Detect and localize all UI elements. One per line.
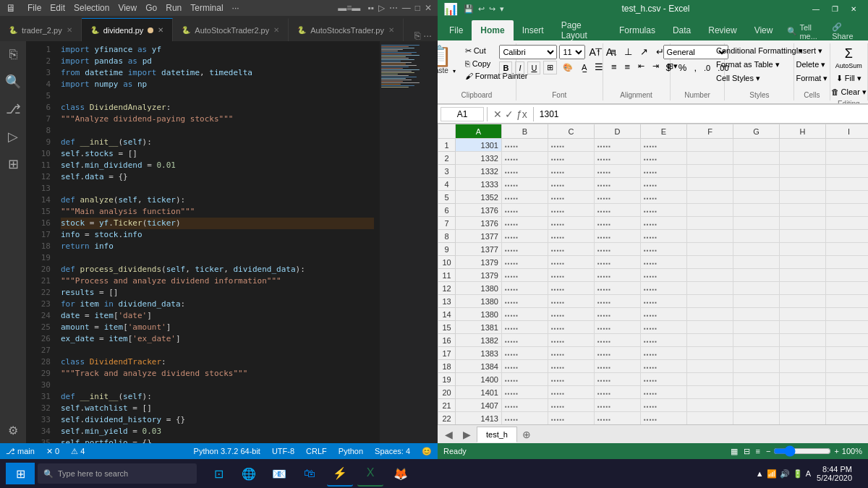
cell-a11[interactable]: 1379 <box>456 269 502 282</box>
cell-e19[interactable]: ▪▪▪▪▪ <box>641 373 687 386</box>
menu-go[interactable]: Go <box>145 3 157 13</box>
clock[interactable]: 8:44 PM 5/24/2020 <box>817 465 852 482</box>
confirm-formula-icon[interactable]: ✓ <box>505 108 514 120</box>
cell-i8[interactable] <box>826 230 869 243</box>
cell-a16[interactable]: 1382 <box>456 334 502 347</box>
cell-c1[interactable]: ▪▪▪▪▪ <box>548 139 595 152</box>
border-button[interactable]: ⊞ <box>543 61 557 74</box>
cell-h18[interactable] <box>780 360 826 373</box>
cell-f19[interactable] <box>687 373 733 386</box>
cell-a4[interactable]: 1333 <box>456 178 502 191</box>
ribbon-tab-home[interactable]: Home <box>472 20 513 40</box>
vscode-close[interactable]: ✕ <box>425 3 432 13</box>
cell-d6[interactable]: ▪▪▪▪▪ <box>595 204 641 217</box>
cell-d2[interactable]: ▪▪▪▪▪ <box>595 152 641 165</box>
cell-c5[interactable]: ▪▪▪▪▪ <box>548 191 595 204</box>
cell-c9[interactable]: ▪▪▪▪▪ <box>548 243 595 256</box>
cell-g21[interactable] <box>733 399 780 412</box>
menu-selection[interactable]: Selection <box>74 3 109 13</box>
cell-d1[interactable]: ▪▪▪▪▪ <box>595 139 641 152</box>
zoom-in-icon[interactable]: + <box>834 447 838 455</box>
taskbar-taskview[interactable]: ⊡ <box>205 461 231 487</box>
cell-g6[interactable] <box>733 204 780 217</box>
align-top[interactable]: ⊤ <box>592 45 605 59</box>
cell-f3[interactable] <box>687 165 733 178</box>
cell-f10[interactable] <box>687 256 733 269</box>
python-version[interactable]: Python 3.7.2 64-bit <box>194 447 260 455</box>
cell-e15[interactable]: ▪▪▪▪▪ <box>641 321 687 334</box>
cell-b1[interactable]: ▪▪▪▪▪ <box>502 139 548 152</box>
cell-a22[interactable]: 1413 <box>456 412 502 425</box>
cell-f1[interactable] <box>687 139 733 152</box>
cell-c11[interactable]: ▪▪▪▪▪ <box>548 269 595 282</box>
cell-e9[interactable]: ▪▪▪▪▪ <box>641 243 687 256</box>
cell-f11[interactable] <box>687 269 733 282</box>
cell-e1[interactable]: ▪▪▪▪▪ <box>641 139 687 152</box>
cell-g9[interactable] <box>733 243 780 256</box>
activity-extensions[interactable]: ⊞ <box>8 156 19 172</box>
cell-e18[interactable]: ▪▪▪▪▪ <box>641 360 687 373</box>
ribbon-tab-view[interactable]: View <box>746 20 782 40</box>
align-left[interactable]: ☰ <box>592 60 606 74</box>
cell-d7[interactable]: ▪▪▪▪▪ <box>595 217 641 230</box>
cell-i17[interactable] <box>826 347 869 360</box>
view-layout[interactable]: ⊟ <box>744 447 750 456</box>
cell-a10[interactable]: 1379 <box>456 256 502 269</box>
cell-f2[interactable] <box>687 152 733 165</box>
cell-g18[interactable] <box>733 360 780 373</box>
cell-h20[interactable] <box>780 386 826 399</box>
cell-i21[interactable] <box>826 399 869 412</box>
cell-g10[interactable] <box>733 256 780 269</box>
cell-d11[interactable]: ▪▪▪▪▪ <box>595 269 641 282</box>
cell-b17[interactable]: ▪▪▪▪▪ <box>502 347 548 360</box>
spaces[interactable]: Spaces: 4 <box>375 447 410 455</box>
cell-e13[interactable]: ▪▪▪▪▪ <box>641 295 687 308</box>
cell-b21[interactable]: ▪▪▪▪▪ <box>502 399 548 412</box>
cell-h17[interactable] <box>780 347 826 360</box>
italic-button[interactable]: I <box>515 61 524 74</box>
cell-a13[interactable]: 1380 <box>456 295 502 308</box>
cell-d4[interactable]: ▪▪▪▪▪ <box>595 178 641 191</box>
cell-f7[interactable] <box>687 217 733 230</box>
add-sheet-button[interactable]: ⊕ <box>519 427 535 442</box>
ribbon-tab-formulas[interactable]: Formulas <box>610 20 664 40</box>
bold-button[interactable]: B <box>499 61 512 74</box>
tray-input[interactable]: A <box>806 469 811 478</box>
cell-f22[interactable] <box>687 412 733 425</box>
align-bottom[interactable]: ⊥ <box>621 45 635 59</box>
cell-b7[interactable]: ▪▪▪▪▪ <box>502 217 548 230</box>
fill-color-button[interactable]: 🎨 <box>560 61 576 74</box>
cell-a19[interactable]: 1400 <box>456 373 502 386</box>
cell-d12[interactable]: ▪▪▪▪▪ <box>595 282 641 295</box>
cell-c20[interactable]: ▪▪▪▪▪ <box>548 386 595 399</box>
font-color-button[interactable]: A̲ <box>579 61 590 74</box>
cell-c17[interactable]: ▪▪▪▪▪ <box>548 347 595 360</box>
cell-f18[interactable] <box>687 360 733 373</box>
cell-a8[interactable]: 1377 <box>456 230 502 243</box>
cell-f6[interactable] <box>687 204 733 217</box>
cell-b8[interactable]: ▪▪▪▪▪ <box>502 230 548 243</box>
cell-b14[interactable]: ▪▪▪▪▪ <box>502 308 548 321</box>
cell-g8[interactable] <box>733 230 780 243</box>
feedback-icon[interactable]: 😊 <box>422 447 432 456</box>
menu-more[interactable]: ··· <box>232 3 239 13</box>
cell-c4[interactable]: ▪▪▪▪▪ <box>548 178 595 191</box>
tab-autostocktrader2[interactable]: 🐍 AutoStockTrader2.py ✕ <box>173 18 289 41</box>
cell-e2[interactable]: ▪▪▪▪▪ <box>641 152 687 165</box>
activity-settings[interactable]: ⚙ <box>8 424 18 443</box>
cell-i10[interactable] <box>826 256 869 269</box>
cell-b11[interactable]: ▪▪▪▪▪ <box>502 269 548 282</box>
git-branch[interactable]: ⎇ main <box>6 447 35 456</box>
cell-e6[interactable]: ▪▪▪▪▪ <box>641 204 687 217</box>
cell-e21[interactable]: ▪▪▪▪▪ <box>641 399 687 412</box>
tray-network[interactable]: 📶 <box>767 469 777 479</box>
cell-g11[interactable] <box>733 269 780 282</box>
cell-d17[interactable]: ▪▪▪▪▪ <box>595 347 641 360</box>
line-ending[interactable]: CRLF <box>306 447 327 455</box>
code-editor[interactable]: ⎘ 🔍 ⎇ ▷ ⊞ ⚙ 12345 678910 1112131415 1617… <box>0 41 438 443</box>
cell-e3[interactable]: ▪▪▪▪▪ <box>641 165 687 178</box>
align-center[interactable]: ≡ <box>608 60 620 74</box>
cell-f15[interactable] <box>687 321 733 334</box>
delete-cells-button[interactable]: Delete ▾ <box>793 59 829 71</box>
align-middle[interactable]: ≡ <box>608 45 619 59</box>
